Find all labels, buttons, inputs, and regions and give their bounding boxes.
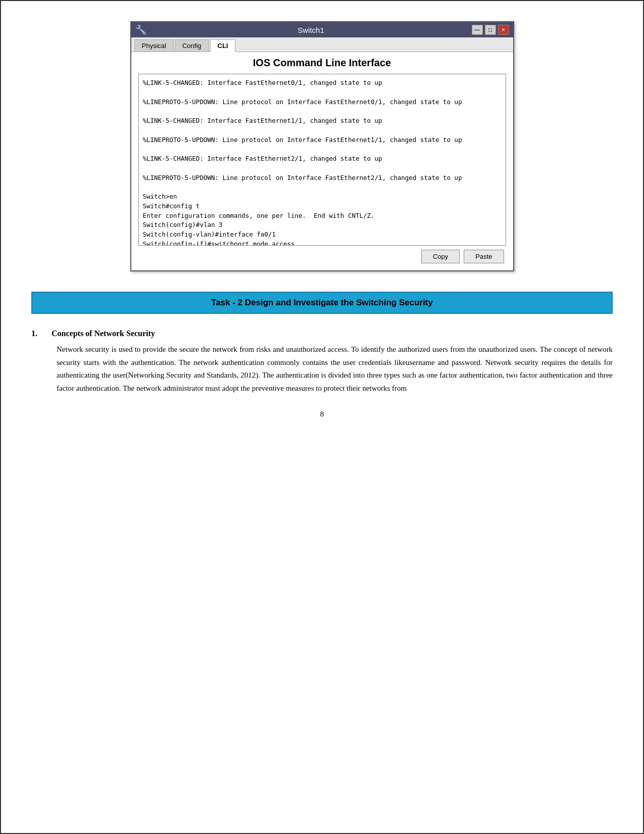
cli-heading: IOS Command Line Interface <box>138 57 506 69</box>
close-button[interactable]: × <box>498 25 509 35</box>
page: 🔧 Switch1 — □ × Physical Config CLI IOS … <box>0 0 644 834</box>
switch-window: 🔧 Switch1 — □ × Physical Config CLI IOS … <box>130 21 514 271</box>
window-titlebar: 🔧 Switch1 — □ × <box>131 22 513 37</box>
section-1-title: Concepts of Network Security <box>52 329 155 338</box>
window-icon: 🔧 <box>135 24 146 35</box>
window-title: Switch1 <box>151 26 472 34</box>
maximize-button[interactable]: □ <box>485 25 496 35</box>
section-1-body: Network security is used to provide the … <box>57 343 613 395</box>
window-tabs: Physical Config CLI <box>131 37 513 52</box>
task-header: Task - 2 Design and Investigate the Swit… <box>31 292 613 314</box>
page-number: 8 <box>31 410 613 419</box>
cli-buttons: Copy Paste <box>138 246 506 265</box>
paste-button[interactable]: Paste <box>464 250 504 263</box>
window-body: IOS Command Line Interface %LINK-5-CHANG… <box>131 52 513 270</box>
section-1-number: 1. <box>31 329 49 338</box>
tab-physical[interactable]: Physical <box>134 39 174 52</box>
cli-output: %LINK-5-CHANGED: Interface FastEthernet0… <box>143 78 502 246</box>
window-controls: — □ × <box>472 25 509 35</box>
section-1: 1. Concepts of Network Security Network … <box>31 329 613 395</box>
task-header-text: Task - 2 Design and Investigate the Swit… <box>211 298 433 307</box>
copy-button[interactable]: Copy <box>421 250 460 263</box>
minimize-button[interactable]: — <box>472 25 483 35</box>
tab-config[interactable]: Config <box>175 39 209 52</box>
cli-terminal[interactable]: %LINK-5-CHANGED: Interface FastEthernet0… <box>138 74 506 246</box>
tab-cli[interactable]: CLI <box>210 39 236 52</box>
section-1-heading: 1. Concepts of Network Security <box>31 329 613 338</box>
